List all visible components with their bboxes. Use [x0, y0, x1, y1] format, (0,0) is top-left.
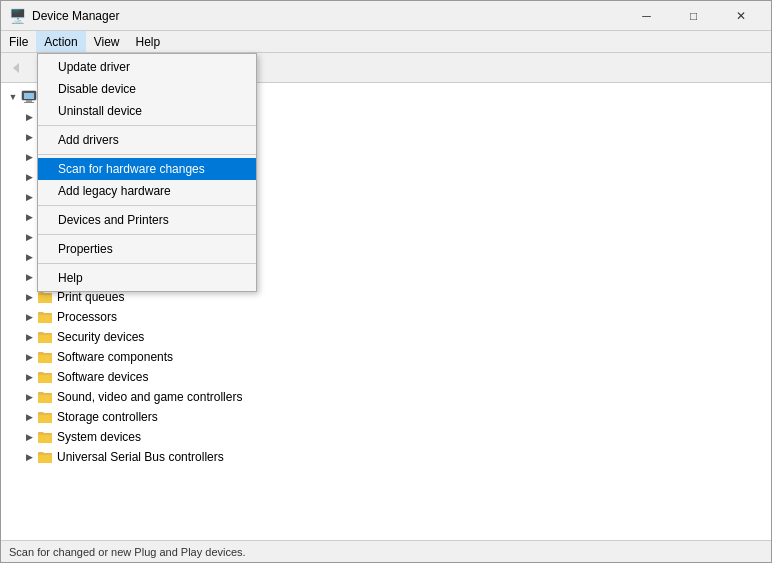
- action-menu-item-devices-printers[interactable]: Devices and Printers: [38, 209, 256, 231]
- svg-rect-5: [26, 100, 32, 102]
- status-text: Scan for changed or new Plug and Play de…: [9, 546, 246, 558]
- tree-label: Software components: [57, 350, 173, 364]
- menu-separator-7: [38, 263, 256, 264]
- tree-item[interactable]: ▶Software components: [1, 347, 771, 367]
- arrow-audio: ▶: [21, 109, 37, 125]
- tree-arrow: ▶: [21, 209, 37, 225]
- tree-arrow: ▶: [21, 289, 37, 305]
- folder-icon: [37, 429, 53, 445]
- tree-label: Software devices: [57, 370, 148, 384]
- minimize-button[interactable]: ─: [624, 6, 669, 26]
- menu-bar: File Action View Help: [1, 31, 771, 53]
- tree-arrow: ▶: [21, 269, 37, 285]
- tree-item[interactable]: ▶Sound, video and game controllers: [1, 387, 771, 407]
- back-button[interactable]: [5, 56, 29, 80]
- folder-icon: [37, 309, 53, 325]
- action-menu-item-uninstall-device[interactable]: Uninstall device: [38, 100, 256, 122]
- arrow-biometric: ▶: [21, 149, 37, 165]
- title-controls: ─ □ ✕: [624, 6, 763, 26]
- arrow-root: ▼: [5, 89, 21, 105]
- tree-arrow: ▶: [21, 429, 37, 445]
- action-menu-item-help[interactable]: Help: [38, 267, 256, 289]
- menu-separator-2: [38, 125, 256, 126]
- folder-icon: [37, 369, 53, 385]
- tree-arrow: ▶: [21, 229, 37, 245]
- icon-computer: [21, 89, 37, 105]
- menu-help[interactable]: Help: [128, 31, 169, 52]
- tree-arrow: ▶: [21, 329, 37, 345]
- tree-label: Security devices: [57, 330, 144, 344]
- tree-label: Sound, video and game controllers: [57, 390, 242, 404]
- device-manager-window: 🖥️ Device Manager ─ □ ✕ File Action View…: [0, 0, 772, 563]
- tree-arrow: ▶: [21, 369, 37, 385]
- arrow-bluetooth: ▶: [21, 169, 37, 185]
- action-menu-item-update-driver[interactable]: Update driver: [38, 56, 256, 78]
- title-bar: 🖥️ Device Manager ─ □ ✕: [1, 1, 771, 31]
- tree-item[interactable]: ▶Software devices: [1, 367, 771, 387]
- status-bar: Scan for changed or new Plug and Play de…: [1, 540, 771, 562]
- tree-label: Print queues: [57, 290, 124, 304]
- tree-item[interactable]: ▶Storage controllers: [1, 407, 771, 427]
- app-icon: 🖥️: [9, 8, 26, 24]
- menu-file[interactable]: File: [1, 31, 36, 52]
- tree-arrow: ▶: [21, 409, 37, 425]
- window-title: Device Manager: [32, 9, 119, 23]
- menu-separator-3: [38, 154, 256, 155]
- tree-label: Processors: [57, 310, 117, 324]
- close-button[interactable]: ✕: [718, 6, 763, 26]
- tree-arrow: ▶: [21, 249, 37, 265]
- tree-arrow: ▶: [21, 389, 37, 405]
- arrow-batteries: ▶: [21, 129, 37, 145]
- folder-icon: [37, 329, 53, 345]
- svg-rect-4: [24, 93, 34, 99]
- tree-item[interactable]: ▶Processors: [1, 307, 771, 327]
- title-bar-left: 🖥️ Device Manager: [9, 8, 119, 24]
- tree-arrow: ▶: [21, 449, 37, 465]
- action-menu-item-add-drivers[interactable]: Add drivers: [38, 129, 256, 151]
- menu-separator-5: [38, 205, 256, 206]
- action-menu-item-scan-hardware[interactable]: Scan for hardware changes: [38, 158, 256, 180]
- folder-icon: [37, 349, 53, 365]
- tree-label: System devices: [57, 430, 141, 444]
- tree-item[interactable]: ▶System devices: [1, 427, 771, 447]
- folder-icon: [37, 409, 53, 425]
- maximize-button[interactable]: □: [671, 6, 716, 26]
- action-dropdown: Update driverDisable deviceUninstall dev…: [37, 53, 257, 292]
- tree-label: Universal Serial Bus controllers: [57, 450, 224, 464]
- tree-arrow: ▶: [21, 309, 37, 325]
- action-menu-item-disable-device[interactable]: Disable device: [38, 78, 256, 100]
- folder-icon: [37, 449, 53, 465]
- svg-marker-0: [13, 63, 19, 73]
- tree-label: Storage controllers: [57, 410, 158, 424]
- action-menu-item-properties[interactable]: Properties: [38, 238, 256, 260]
- menu-action[interactable]: Action: [36, 31, 85, 52]
- menu-view[interactable]: View: [86, 31, 128, 52]
- tree-arrow: ▶: [21, 349, 37, 365]
- action-menu-item-add-legacy[interactable]: Add legacy hardware: [38, 180, 256, 202]
- tree-item[interactable]: ▶Universal Serial Bus controllers: [1, 447, 771, 467]
- folder-icon: [37, 389, 53, 405]
- menu-separator-6: [38, 234, 256, 235]
- svg-rect-6: [24, 102, 34, 103]
- tree-arrow: ▶: [21, 189, 37, 205]
- tree-item[interactable]: ▶Security devices: [1, 327, 771, 347]
